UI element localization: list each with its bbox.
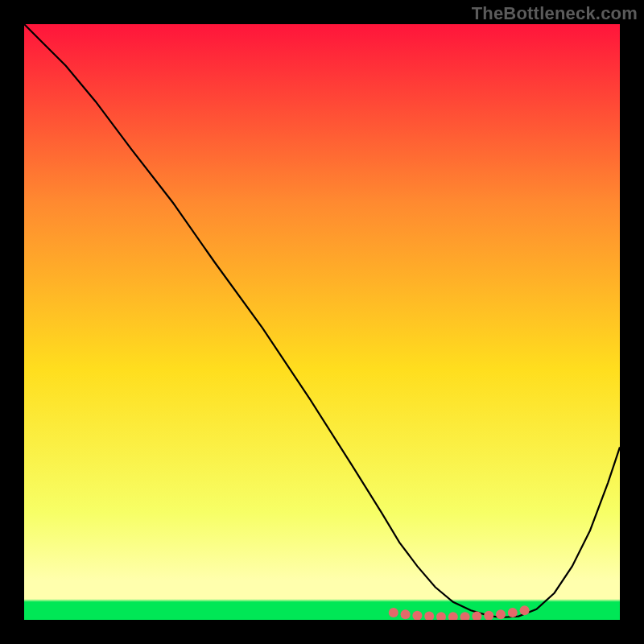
marker-dot: [401, 609, 411, 619]
marker-dot: [389, 608, 398, 617]
marker-dot: [520, 605, 530, 615]
marker-dot: [508, 608, 518, 617]
chart-svg: [24, 24, 620, 620]
watermark: TheBottleneck.com: [472, 3, 638, 24]
heat-background: [24, 24, 620, 620]
chart-frame: [24, 24, 620, 620]
marker-dot: [496, 609, 506, 619]
